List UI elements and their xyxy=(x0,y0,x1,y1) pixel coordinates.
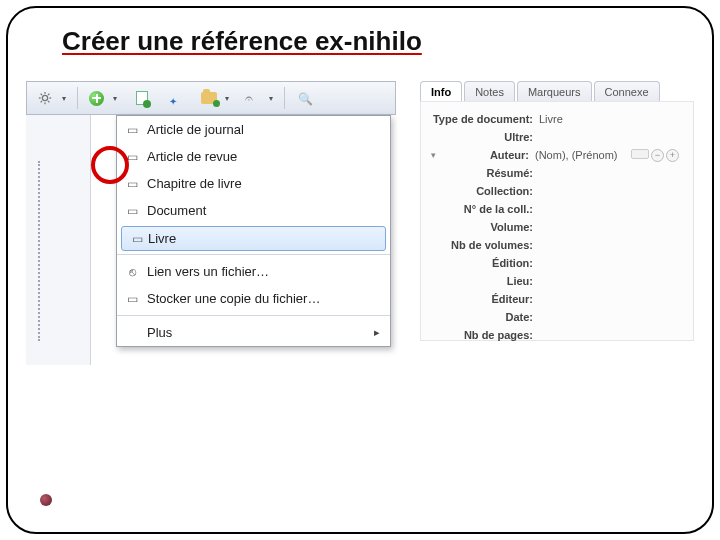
toolbar: 𝄐 xyxy=(26,81,396,115)
dropdown-label: Livre xyxy=(148,231,176,246)
svg-line-7 xyxy=(48,94,49,95)
tabs: Info Notes Marqueurs Connexe xyxy=(420,81,694,101)
dropdown-label: Article de revue xyxy=(147,149,237,164)
field-value[interactable]: Livre xyxy=(539,113,563,125)
dropdown-label: Document xyxy=(147,203,206,218)
svg-line-8 xyxy=(41,101,42,102)
gear-icon xyxy=(38,91,52,105)
field-auteur: ▾ Auteur: (Nom), (Prénom) − + xyxy=(431,146,683,164)
dropdown-item-article-journal[interactable]: ▭Article de journal xyxy=(117,116,390,143)
field-nb-pages: Nb de pages: xyxy=(431,326,683,344)
plus-circle-icon xyxy=(89,91,104,106)
tab-info[interactable]: Info xyxy=(420,81,462,101)
field-type: Type de document: Livre xyxy=(431,110,683,128)
dropdown-item-chapitre[interactable]: ▭Chapitre de livre xyxy=(117,170,390,197)
save-icon: ▭ xyxy=(125,292,139,306)
toolbar-separator xyxy=(77,87,78,109)
doc-icon: ▭ xyxy=(125,177,139,191)
field-label: Collection: xyxy=(431,185,539,197)
dropdown-item-link-file[interactable]: ⎋Lien vers un fichier… xyxy=(117,258,390,285)
caret-icon[interactable]: ▾ xyxy=(431,150,436,160)
doc-icon: ▭ xyxy=(125,150,139,164)
dropdown-label: Article de journal xyxy=(147,122,244,137)
slide-frame: Créer une référence ex-nihilo xyxy=(6,6,714,534)
add-folder-button[interactable] xyxy=(196,85,234,111)
new-doc-button[interactable] xyxy=(128,85,156,111)
dropdown-divider xyxy=(117,254,390,255)
field-label: Auteur: xyxy=(439,149,535,161)
document-plus-icon xyxy=(136,91,148,105)
dropdown-item-store-copy[interactable]: ▭Stocker une copie du fichier… xyxy=(117,285,390,312)
slide-bullet xyxy=(40,494,52,506)
field-label: Type de document: xyxy=(431,113,539,125)
field-value[interactable]: (Nom), (Prénom) xyxy=(535,149,618,161)
author-mode-toggle[interactable] xyxy=(631,149,649,159)
field-label: Volume: xyxy=(431,221,539,233)
field-label: N° de la coll.: xyxy=(431,203,539,215)
author-remove-button[interactable]: − xyxy=(651,149,664,162)
field-label: Résumé: xyxy=(431,167,539,179)
magnifier-icon xyxy=(298,89,313,107)
field-label: Nb de pages: xyxy=(431,329,539,341)
dropdown-item-plus[interactable]: Plus xyxy=(117,319,390,346)
doc-icon: ▭ xyxy=(125,204,139,218)
tab-notes[interactable]: Notes xyxy=(464,81,515,101)
svg-point-0 xyxy=(42,95,47,100)
info-panel: Type de document: Livre Ultre: ▾ Auteur:… xyxy=(420,101,694,341)
sidebar-bg xyxy=(26,115,91,365)
dropdown-item-livre[interactable]: ▭Livre xyxy=(121,226,386,251)
svg-line-5 xyxy=(41,94,42,95)
content-row: 𝄐 ▭Article de journal ▭Article de revue … xyxy=(26,81,694,341)
doc-icon: ▭ xyxy=(125,123,139,137)
field-collection: Collection: xyxy=(431,182,683,200)
paperclip-icon: 𝄐 xyxy=(245,90,253,107)
field-date: Date: xyxy=(431,308,683,326)
field-titre: Ultre: xyxy=(431,128,683,146)
link-icon: ⎋ xyxy=(125,265,139,279)
author-controls: − + xyxy=(631,149,679,162)
attachment-button[interactable]: 𝄐 xyxy=(240,85,278,111)
gear-button[interactable] xyxy=(33,85,71,111)
field-num-coll: N° de la coll.: xyxy=(431,200,683,218)
field-lieu: Lieu: xyxy=(431,272,683,290)
wand-icon xyxy=(169,91,183,105)
dropdown-item-document[interactable]: ▭Document xyxy=(117,197,390,224)
field-label: Éditeur: xyxy=(431,293,539,305)
field-label: Édition: xyxy=(431,257,539,269)
author-add-button[interactable]: + xyxy=(666,149,679,162)
slide-title: Créer une référence ex-nihilo xyxy=(62,26,694,57)
field-volume: Volume: xyxy=(431,218,683,236)
dropdown-item-article-revue[interactable]: ▭Article de revue xyxy=(117,143,390,170)
svg-line-6 xyxy=(48,101,49,102)
field-label: Ultre: xyxy=(431,131,539,143)
toolbar-separator xyxy=(284,87,285,109)
dropdown-label: Stocker une copie du fichier… xyxy=(147,291,320,306)
field-nb-volumes: Nb de volumes: xyxy=(431,236,683,254)
tab-connexe[interactable]: Connexe xyxy=(594,81,660,101)
field-resume: Résumé: xyxy=(431,164,683,182)
dotted-divider xyxy=(38,161,40,341)
lookup-button[interactable] xyxy=(162,85,190,111)
left-pane: 𝄐 ▭Article de journal ▭Article de revue … xyxy=(26,81,396,341)
field-edition: Édition: xyxy=(431,254,683,272)
dropdown-label: Chapitre de livre xyxy=(147,176,242,191)
dropdown-divider xyxy=(117,315,390,316)
tab-marqueurs[interactable]: Marqueurs xyxy=(517,81,592,101)
field-label: Lieu: xyxy=(431,275,539,287)
field-label: Date: xyxy=(431,311,539,323)
search-button[interactable] xyxy=(291,85,319,111)
field-editeur: Éditeur: xyxy=(431,290,683,308)
right-pane: Info Notes Marqueurs Connexe Type de doc… xyxy=(420,81,694,341)
dropdown-label: Lien vers un fichier… xyxy=(147,264,269,279)
new-item-dropdown: ▭Article de journal ▭Article de revue ▭C… xyxy=(116,115,391,347)
book-icon: ▭ xyxy=(130,232,144,246)
field-label: Nb de volumes: xyxy=(431,239,539,251)
folder-plus-icon xyxy=(201,92,217,104)
dropdown-label: Plus xyxy=(147,325,172,340)
add-item-button[interactable] xyxy=(84,85,122,111)
